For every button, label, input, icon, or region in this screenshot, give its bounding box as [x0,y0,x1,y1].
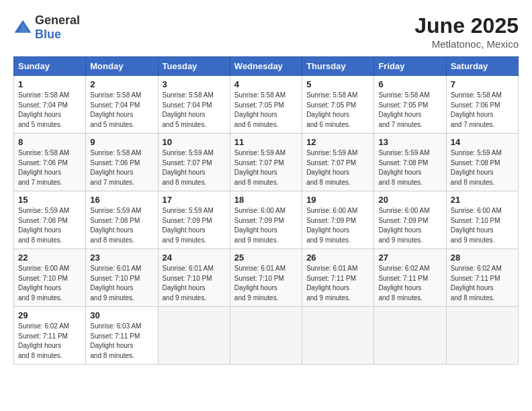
day-number: 17 [163,195,226,205]
day-info: Sunrise: 5:59 AM Sunset: 7:09 PM Dayligh… [163,206,226,245]
day-number: 7 [451,79,514,89]
day-info: Sunrise: 5:58 AM Sunset: 7:05 PM Dayligh… [378,91,441,130]
calendar-day-cell [374,307,446,365]
calendar-day-cell: 29 Sunrise: 6:02 AM Sunset: 7:11 PM Dayl… [14,307,86,365]
calendar-day-cell: 19 Sunrise: 6:00 AM Sunset: 7:09 PM Dayl… [302,191,374,249]
calendar-day-cell: 30 Sunrise: 6:03 AM Sunset: 7:11 PM Dayl… [86,307,158,365]
day-number: 9 [90,137,153,147]
day-number: 25 [234,253,298,263]
day-number: 18 [234,195,298,205]
day-number: 15 [18,195,81,205]
day-number: 27 [378,253,441,263]
calendar-header-row: SundayMondayTuesdayWednesdayThursdayFrid… [14,57,519,76]
day-info: Sunrise: 6:00 AM Sunset: 7:09 PM Dayligh… [306,206,369,245]
weekday-header: Tuesday [158,57,230,76]
day-info: Sunrise: 5:58 AM Sunset: 7:04 PM Dayligh… [163,91,226,130]
day-info: Sunrise: 5:59 AM Sunset: 7:07 PM Dayligh… [234,148,298,187]
calendar-day-cell: 28 Sunrise: 6:02 AM Sunset: 7:11 PM Dayl… [446,249,518,307]
logo-general: General [35,13,80,27]
day-info: Sunrise: 6:00 AM Sunset: 7:09 PM Dayligh… [234,206,298,245]
weekday-header: Saturday [446,57,518,76]
calendar-day-cell: 15 Sunrise: 5:59 AM Sunset: 7:08 PM Dayl… [14,191,86,249]
day-info: Sunrise: 5:58 AM Sunset: 7:04 PM Dayligh… [90,91,153,130]
day-number: 13 [378,137,441,147]
calendar-day-cell: 3 Sunrise: 5:58 AM Sunset: 7:04 PM Dayli… [158,76,230,134]
day-number: 24 [163,253,226,263]
page-header: General Blue June 2025 Metlatonoc, Mexic… [13,13,519,50]
calendar-day-cell: 21 Sunrise: 6:00 AM Sunset: 7:10 PM Dayl… [446,191,518,249]
day-number: 22 [18,253,81,263]
day-info: Sunrise: 6:02 AM Sunset: 7:11 PM Dayligh… [378,264,441,303]
calendar-day-cell: 14 Sunrise: 5:59 AM Sunset: 7:08 PM Dayl… [446,134,518,191]
calendar-day-cell [158,307,230,365]
day-info: Sunrise: 6:01 AM Sunset: 7:10 PM Dayligh… [163,264,226,303]
calendar-week-row: 29 Sunrise: 6:02 AM Sunset: 7:11 PM Dayl… [14,307,519,365]
calendar-day-cell [446,307,518,365]
calendar-day-cell: 16 Sunrise: 5:59 AM Sunset: 7:08 PM Dayl… [86,191,158,249]
day-number: 26 [306,253,369,263]
calendar-day-cell: 24 Sunrise: 6:01 AM Sunset: 7:10 PM Dayl… [158,249,230,307]
day-info: Sunrise: 5:58 AM Sunset: 7:04 PM Dayligh… [18,91,81,130]
day-info: Sunrise: 6:01 AM Sunset: 7:11 PM Dayligh… [306,264,369,303]
calendar-week-row: 8 Sunrise: 5:58 AM Sunset: 7:06 PM Dayli… [14,134,519,191]
calendar-day-cell: 10 Sunrise: 5:59 AM Sunset: 7:07 PM Dayl… [158,134,230,191]
day-info: Sunrise: 5:59 AM Sunset: 7:08 PM Dayligh… [378,148,441,187]
day-number: 1 [18,79,81,89]
day-number: 4 [234,79,298,89]
location-title: Metlatonoc, Mexico [414,38,519,50]
calendar-day-cell: 7 Sunrise: 5:58 AM Sunset: 7:06 PM Dayli… [446,76,518,134]
calendar-day-cell: 17 Sunrise: 5:59 AM Sunset: 7:09 PM Dayl… [158,191,230,249]
day-number: 16 [90,195,153,205]
day-info: Sunrise: 6:02 AM Sunset: 7:11 PM Dayligh… [18,322,81,361]
calendar: SundayMondayTuesdayWednesdayThursdayFrid… [13,56,519,365]
calendar-day-cell: 22 Sunrise: 6:00 AM Sunset: 7:10 PM Dayl… [14,249,86,307]
day-info: Sunrise: 5:59 AM Sunset: 7:07 PM Dayligh… [163,148,226,187]
day-number: 3 [163,79,226,89]
day-number: 19 [306,195,369,205]
calendar-day-cell: 8 Sunrise: 5:58 AM Sunset: 7:06 PM Dayli… [14,134,86,191]
day-info: Sunrise: 5:58 AM Sunset: 7:06 PM Dayligh… [451,91,514,130]
weekday-header: Thursday [302,57,374,76]
day-info: Sunrise: 5:58 AM Sunset: 7:06 PM Dayligh… [90,148,153,187]
day-info: Sunrise: 5:59 AM Sunset: 7:08 PM Dayligh… [451,148,514,187]
weekday-header: Sunday [14,57,86,76]
calendar-week-row: 15 Sunrise: 5:59 AM Sunset: 7:08 PM Dayl… [14,191,519,249]
day-number: 30 [90,310,153,320]
calendar-day-cell: 27 Sunrise: 6:02 AM Sunset: 7:11 PM Dayl… [374,249,446,307]
logo-text: General Blue [35,13,80,42]
day-number: 28 [451,253,514,263]
calendar-day-cell: 23 Sunrise: 6:01 AM Sunset: 7:10 PM Dayl… [86,249,158,307]
calendar-week-row: 1 Sunrise: 5:58 AM Sunset: 7:04 PM Dayli… [14,76,519,134]
day-info: Sunrise: 6:00 AM Sunset: 7:10 PM Dayligh… [451,206,514,245]
calendar-week-row: 22 Sunrise: 6:00 AM Sunset: 7:10 PM Dayl… [14,249,519,307]
day-number: 29 [18,310,81,320]
day-number: 10 [163,137,226,147]
calendar-day-cell: 13 Sunrise: 5:59 AM Sunset: 7:08 PM Dayl… [374,134,446,191]
calendar-day-cell: 1 Sunrise: 5:58 AM Sunset: 7:04 PM Dayli… [14,76,86,134]
logo-blue: Blue [35,28,61,41]
day-number: 14 [451,137,514,147]
day-info: Sunrise: 6:00 AM Sunset: 7:10 PM Dayligh… [18,264,81,303]
day-info: Sunrise: 5:58 AM Sunset: 7:05 PM Dayligh… [306,91,369,130]
day-info: Sunrise: 6:01 AM Sunset: 7:10 PM Dayligh… [234,264,298,303]
calendar-day-cell: 20 Sunrise: 6:00 AM Sunset: 7:09 PM Dayl… [374,191,446,249]
day-number: 6 [378,79,441,89]
calendar-day-cell: 18 Sunrise: 6:00 AM Sunset: 7:09 PM Dayl… [230,191,302,249]
day-info: Sunrise: 5:58 AM Sunset: 7:05 PM Dayligh… [234,91,298,130]
day-number: 11 [234,137,298,147]
calendar-day-cell: 4 Sunrise: 5:58 AM Sunset: 7:05 PM Dayli… [230,76,302,134]
logo: General Blue [13,13,80,42]
day-number: 21 [451,195,514,205]
day-info: Sunrise: 5:59 AM Sunset: 7:08 PM Dayligh… [90,206,153,245]
weekday-header: Monday [86,57,158,76]
calendar-day-cell: 26 Sunrise: 6:01 AM Sunset: 7:11 PM Dayl… [302,249,374,307]
day-info: Sunrise: 5:59 AM Sunset: 7:08 PM Dayligh… [18,206,81,245]
month-title: June 2025 [414,13,519,38]
day-info: Sunrise: 5:58 AM Sunset: 7:06 PM Dayligh… [18,148,81,187]
calendar-day-cell: 6 Sunrise: 5:58 AM Sunset: 7:05 PM Dayli… [374,76,446,134]
calendar-day-cell: 12 Sunrise: 5:59 AM Sunset: 7:07 PM Dayl… [302,134,374,191]
calendar-day-cell: 5 Sunrise: 5:58 AM Sunset: 7:05 PM Dayli… [302,76,374,134]
day-number: 5 [306,79,369,89]
logo-icon [13,18,32,37]
calendar-day-cell: 11 Sunrise: 5:59 AM Sunset: 7:07 PM Dayl… [230,134,302,191]
